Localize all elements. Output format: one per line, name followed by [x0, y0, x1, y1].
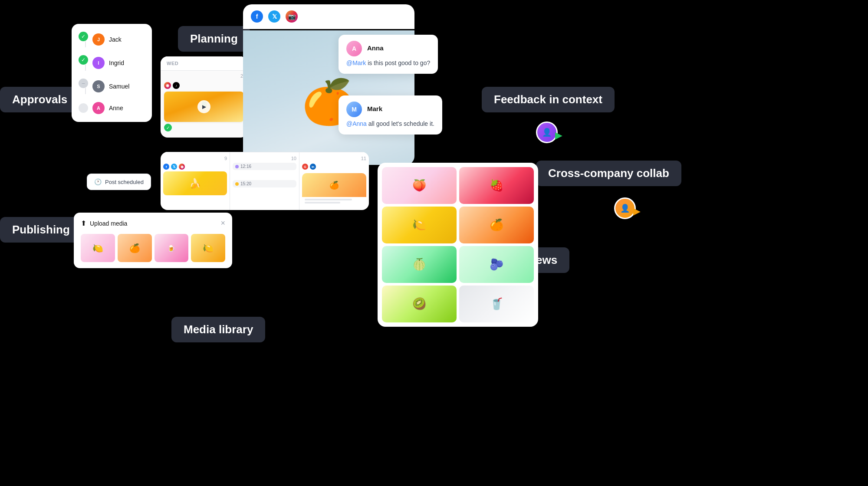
upload-icon: ⬆ — [81, 219, 86, 227]
twitter-icon[interactable]: 𝕏 — [268, 10, 280, 23]
anna-feedback-bubble: A Anna @Mark is this post good to go? — [339, 35, 438, 74]
day-num-2: 2 — [161, 71, 247, 79]
text-line-2 — [305, 202, 340, 204]
mark-feedback-bubble: M Mark @Anna all good let's schedule it. — [339, 95, 442, 135]
day-9: 9 — [163, 156, 227, 161]
tiktok-icon: ♪ — [173, 82, 180, 89]
media-thumb-4[interactable]: 🍋 — [191, 234, 225, 262]
grid-photo-3: 🍋 — [382, 207, 457, 243]
time-1216: 12:16 — [240, 164, 251, 169]
anna-message: @Mark is this post good to go? — [346, 59, 430, 68]
anna-avatar: A — [346, 41, 362, 56]
approval-item-jack: ✓ J Jack — [79, 32, 145, 47]
ig-icon-9: ◉ — [179, 164, 185, 170]
post-preview-11: 🍊 — [302, 173, 366, 207]
avatar-samuel: S — [92, 80, 105, 92]
user-pointer-2: 👤 ▶ — [614, 197, 641, 219]
check-icon-ingrid: ✓ — [79, 55, 88, 65]
clock-icon: 🕐 — [94, 178, 102, 185]
calendar-post-pineapple: 🍍 ▶ — [164, 92, 244, 122]
approvals-card: ✓ J Jack ✓ I Ingrid – S Samuel A Anne — [72, 24, 152, 122]
cal-event-1520: 15:20 — [233, 180, 296, 187]
approval-item-samuel: – S Samuel — [79, 79, 145, 94]
dot-purple — [235, 165, 239, 168]
user-avatar-2: 👤 — [614, 197, 636, 219]
calendar-grid: 9 f 𝕏 ◉ 🍌 10 12:16 15:20 11 — [161, 152, 369, 210]
social-header-card: f 𝕏 📷 — [243, 4, 414, 29]
fb-icon-9: f — [163, 164, 169, 170]
media-title: ⬆ Upload media — [81, 219, 127, 227]
name-ingrid: Ingrid — [109, 59, 124, 66]
name-jack: Jack — [109, 36, 122, 43]
post-scheduled-badge: 🕐 Post scheduled — [87, 174, 151, 190]
mark-avatar: M — [346, 102, 362, 117]
media-title-text: Upload media — [90, 220, 127, 227]
grid-photo-7: 🥝 — [382, 286, 457, 322]
cal-col-10: 10 12:16 15:20 — [230, 152, 299, 210]
day-11: 11 — [302, 156, 366, 161]
media-thumb-3[interactable]: 🍺 — [155, 234, 189, 262]
tw-icon-9: 𝕏 — [171, 164, 177, 170]
avatar-jack: J — [92, 33, 105, 46]
cross-company-badge: Cross-company collab — [536, 161, 681, 186]
large-calendar-card: 9 f 𝕏 ◉ 🍌 10 12:16 15:20 11 — [161, 152, 369, 210]
mark-name: Mark — [367, 105, 382, 112]
instagram-icon: ◉ — [164, 82, 171, 89]
time-1520: 15:20 — [240, 181, 251, 186]
grid-photo-8: 🥤 — [459, 286, 534, 322]
approval-item-anne: A Anne — [79, 102, 145, 114]
media-header: ⬆ Upload media × — [81, 219, 225, 228]
facebook-icon[interactable]: f — [251, 10, 263, 23]
gm-icon-11: G — [302, 164, 308, 170]
media-thumb-2[interactable]: 🍊 — [118, 234, 152, 262]
media-library-card: ⬆ Upload media × 🍋 🍊 🍺 🍋 — [74, 213, 232, 268]
avatar-anne: A — [92, 102, 105, 114]
grid-photo-2: 🍓 — [459, 167, 534, 204]
spacer — [233, 171, 296, 180]
social-icons-row: ◉ ♪ — [161, 79, 247, 90]
check-circle-green: ✓ — [164, 124, 172, 131]
avatar-ingrid: I — [92, 57, 105, 69]
post-scheduled-text: Post scheduled — [105, 179, 144, 185]
media-library-badge: Media library — [171, 317, 265, 342]
text-line-1 — [305, 199, 352, 200]
mark-text: all good let's schedule it. — [368, 120, 434, 127]
name-samuel: Samuel — [109, 83, 129, 90]
planning-card: WED 2 ◉ ♪ 🍍 ▶ ✓ — [161, 56, 247, 138]
planning-badge: Planning — [178, 26, 250, 52]
feedback-badge: Feedback in context — [482, 87, 615, 112]
calendar-header-wed: WED — [161, 56, 247, 71]
grid-photo-6: 🫐 — [459, 246, 534, 283]
mark-mention: @Anna — [346, 120, 367, 127]
grid-photos: 🍑 🍓 🍋 🍊 🍈 🫐 🥝 🥤 — [382, 167, 534, 322]
grid-photo-5: 🍈 — [382, 246, 457, 283]
user-avatar-1: 👤 — [536, 122, 558, 143]
instagram-icon-main[interactable]: 📷 — [286, 10, 298, 23]
grid-view-card: 🍑 🍓 🍋 🍊 🍈 🫐 🥝 🥤 — [378, 163, 538, 327]
day-10: 10 — [233, 156, 296, 161]
media-close-button[interactable]: × — [220, 219, 225, 228]
approval-item-ingrid: ✓ I Ingrid — [79, 55, 145, 71]
approvals-badge: Approvals — [0, 87, 79, 112]
post-img-11: 🍊 — [302, 173, 366, 197]
media-thumb-1[interactable]: 🍋 — [81, 234, 115, 262]
check-icon-anne — [79, 103, 88, 113]
media-grid: 🍋 🍊 🍺 🍋 — [81, 234, 225, 262]
day11-social: G in — [302, 163, 366, 171]
post-text-lines — [302, 197, 366, 207]
anna-mention: @Mark — [346, 59, 366, 66]
play-button[interactable]: ▶ — [197, 100, 210, 113]
pointer-arrow-2: ▶ — [633, 206, 641, 217]
check-icon-samuel: – — [79, 79, 88, 88]
name-anne: Anne — [109, 105, 123, 112]
pointer-arrow-1: ▶ — [555, 130, 562, 141]
pineapple-img: 🍍 ▶ — [164, 92, 244, 122]
cal-event-1216: 12:16 — [233, 163, 296, 170]
dot-yellow — [235, 182, 239, 186]
user-pointer-1: 👤 ▶ — [536, 122, 562, 143]
day9-image: 🍌 — [163, 171, 227, 195]
cal-col-11: 11 G in 🍊 — [299, 152, 369, 210]
grid-photo-1: 🍑 — [382, 167, 457, 204]
grid-photo-4: 🍊 — [459, 207, 534, 243]
anna-text: is this post good to go? — [368, 59, 430, 66]
